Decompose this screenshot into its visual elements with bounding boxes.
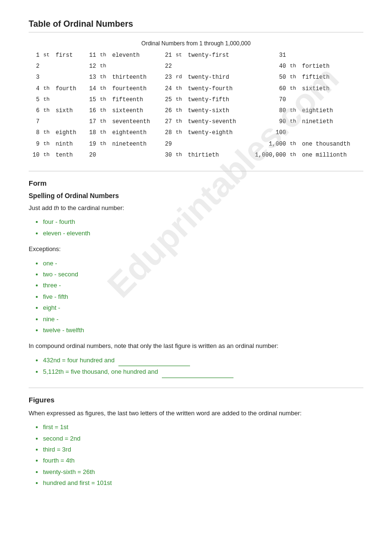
table-cell-num: 9 — [30, 139, 41, 149]
table-cell-word — [110, 150, 161, 160]
list-item: four - fourth — [43, 216, 363, 227]
table-cell-word: ninetieth — [300, 117, 362, 127]
table-cell-num: 14 — [86, 84, 97, 94]
list-item: third = 3rd — [43, 444, 363, 455]
table-cell-word — [53, 95, 85, 105]
table-cell-num: 26 — [162, 106, 173, 116]
compound-text: In compound ordinal numbers, note that o… — [29, 341, 363, 351]
table-cell-num: 19 — [86, 139, 97, 149]
table-cell-num: 7 — [30, 117, 41, 127]
table-cell-num: 29 — [162, 139, 173, 149]
table-cell-suffix: th — [98, 95, 109, 105]
table-cell-suffix: th — [42, 139, 53, 149]
table-cell-suffix: th — [174, 84, 185, 94]
table-cell-suffix: th — [288, 62, 299, 72]
table-cell-word: nineteenth — [110, 139, 161, 149]
table-cell-suffix: th — [42, 106, 53, 116]
table-cell-word: sixth — [53, 106, 85, 116]
list-item: one - — [43, 258, 363, 269]
table-cell-word: twenty-seventh — [186, 117, 248, 127]
list-item: nine - — [43, 314, 363, 325]
list-item: twelve - twelfth — [43, 325, 363, 336]
table-cell-suffix: st — [42, 51, 53, 61]
table-cell-word — [53, 73, 85, 83]
table-cell-num: 13 — [86, 73, 97, 83]
table-cell-num: 8 — [30, 128, 41, 138]
table-cell-num: 5 — [30, 95, 41, 105]
table-cell-num: 1,000 — [249, 139, 287, 149]
list-item: fourth = 4th — [43, 455, 363, 466]
table-cell-num: 60 — [249, 84, 287, 94]
table-cell-word: ninth — [53, 139, 85, 149]
table-cell-suffix: th — [174, 106, 185, 116]
table-cell-suffix: th — [98, 139, 109, 149]
table-cell-suffix: th — [174, 95, 185, 105]
table-cell-word — [186, 139, 248, 149]
table-subtitle: Ordinal Numbers from 1 through 1,000,000 — [29, 40, 363, 47]
table-cell-word: one millionth — [300, 150, 362, 160]
table-row: 10thtenth2030ththirtieth1,000,000thone m… — [30, 150, 362, 160]
list-item: eight - — [43, 302, 363, 313]
exceptions-list: one -two - secondthree -five - fiftheigh… — [43, 258, 363, 336]
table-cell-num: 27 — [162, 117, 173, 127]
table-cell-word: twenty-fourth — [186, 84, 248, 94]
table-cell-num: 28 — [162, 128, 173, 138]
table-cell-word: thirtieth — [186, 150, 248, 160]
figures-description: When expressed as figures, the last two … — [29, 409, 363, 418]
table-cell-num: 17 — [86, 117, 97, 127]
table-row: 212th2240thfortieth — [30, 62, 362, 72]
table-section: Table of Ordinal Numbers Ordinal Numbers… — [29, 19, 363, 161]
table-cell-word: twenty-sixth — [186, 106, 248, 116]
table-row: 4thfourth14thfourteenth24thtwenty-fourth… — [30, 84, 362, 94]
table-row: 1stfirst11theleventh21sttwenty-first31 — [30, 51, 362, 61]
table-cell-suffix: th — [98, 106, 109, 116]
th-italic: th — [54, 204, 59, 211]
table-cell-num: 31 — [249, 51, 287, 61]
table-cell-suffix: th — [42, 95, 53, 105]
table-row: 8theighth18theighteenth28thtwenty-eighth… — [30, 128, 362, 138]
table-cell-suffix — [174, 139, 185, 149]
table-cell-num: 15 — [86, 95, 97, 105]
table-cell-word: eightieth — [300, 106, 362, 116]
table-cell-word: sixtieth — [300, 84, 362, 94]
list-item: 5,112th = five thousand, one hundred and — [43, 366, 363, 378]
table-cell-suffix — [288, 51, 299, 61]
table-cell-word — [110, 62, 161, 72]
table-cell-num: 4 — [30, 84, 41, 94]
table-cell-suffix: th — [174, 150, 185, 160]
list-item: first = 1st — [43, 421, 363, 432]
table-cell-word: fiftieth — [300, 73, 362, 83]
list-item: two - second — [43, 269, 363, 280]
table-cell-num: 6 — [30, 106, 41, 116]
fill-blank — [118, 355, 190, 366]
table-cell-suffix — [174, 62, 185, 72]
table-cell-word: thirteenth — [110, 73, 161, 83]
table-row: 9thninth19thnineteenth291,000thone thous… — [30, 139, 362, 149]
list-item: 432nd = four hundred and — [43, 355, 363, 366]
table-cell-word — [300, 95, 362, 105]
table-cell-num: 24 — [162, 84, 173, 94]
page-content: Eduprintables.com Table of Ordinal Numbe… — [29, 19, 363, 489]
table-cell-suffix: th — [288, 139, 299, 149]
table-cell-word: twenty-eighth — [186, 128, 248, 138]
table-cell-word: twenty-first — [186, 51, 248, 61]
divider — [29, 171, 363, 171]
table-cell-word: fourth — [53, 84, 85, 94]
fill-blank — [162, 366, 233, 378]
table-cell-suffix — [42, 73, 53, 83]
table-cell-word: eleventh — [110, 51, 161, 61]
table-cell-word: eighteenth — [110, 128, 161, 138]
table-cell-suffix: th — [288, 84, 299, 94]
table-cell-num: 90 — [249, 117, 287, 127]
table-cell-num: 40 — [249, 62, 287, 72]
divider2 — [29, 388, 363, 388]
form-title: Form — [29, 179, 363, 187]
table-cell-word: fifteenth — [110, 95, 161, 105]
table-cell-num: 1 — [30, 51, 41, 61]
table-cell-num: 100 — [249, 128, 287, 138]
table-cell-num: 2 — [30, 62, 41, 72]
table-cell-num: 12 — [86, 62, 97, 72]
list-item: three - — [43, 280, 363, 291]
table-cell-word — [300, 128, 362, 138]
table-cell-suffix — [98, 150, 109, 160]
